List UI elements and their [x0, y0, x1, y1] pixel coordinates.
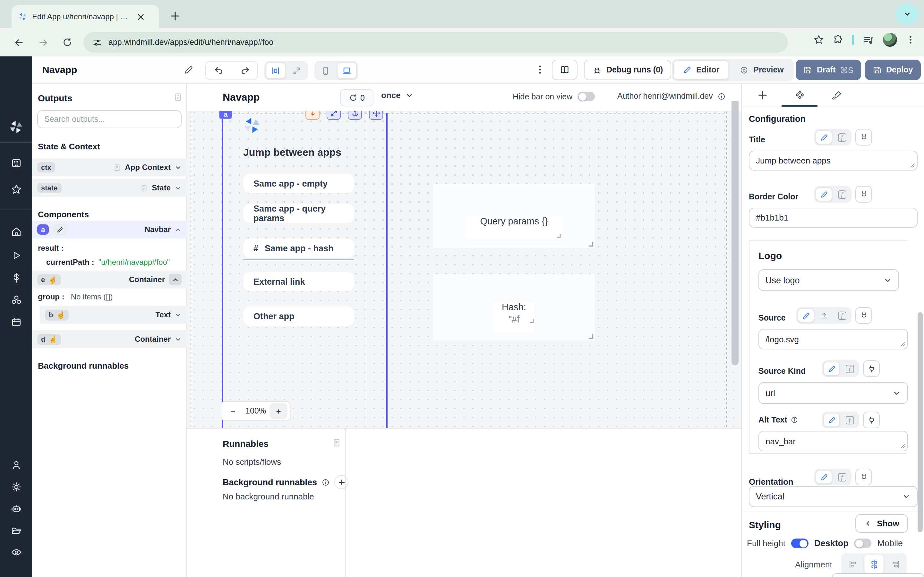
edit-id-pencil-icon[interactable] — [53, 224, 67, 235]
alt-text-input[interactable]: nav_bar — [758, 431, 908, 451]
chevron-up-icon[interactable] — [174, 226, 182, 233]
undo-button[interactable] — [206, 61, 232, 79]
tab-insert-component[interactable] — [744, 84, 780, 106]
static-input-pencil-icon[interactable] — [798, 308, 814, 322]
title-input[interactable]: Jump between apps — [749, 151, 918, 171]
chevron-down-icon[interactable] — [174, 311, 182, 318]
selected-component-badge[interactable]: a — [219, 111, 232, 119]
profile-avatar[interactable] — [883, 33, 897, 47]
connect-plug-icon[interactable] — [863, 360, 880, 377]
resize-handle-icon[interactable] — [587, 240, 594, 247]
full-height-desktop-toggle[interactable] — [791, 538, 809, 548]
orientation-select[interactable]: Vertical — [749, 486, 918, 507]
redo-button[interactable] — [232, 61, 257, 79]
doc-icon[interactable] — [140, 184, 148, 192]
sidebar-item-home[interactable] — [0, 226, 32, 237]
info-icon[interactable] — [790, 416, 798, 424]
connect-plug-icon[interactable] — [855, 129, 872, 145]
zoom-out-button[interactable]: − — [224, 403, 242, 419]
run-mode-dropdown[interactable]: once — [381, 90, 414, 100]
nav-link-same-app-empty[interactable]: Same app - empty — [243, 174, 354, 193]
hide-bar-toggle[interactable] — [577, 92, 595, 101]
nav-link-external-link[interactable]: External link — [243, 272, 354, 291]
site-settings-icon[interactable] — [92, 37, 102, 47]
sidebar-item-favorites[interactable] — [0, 184, 32, 195]
sidebar-item-schedules[interactable] — [0, 317, 32, 327]
chevron-down-icon[interactable] — [174, 335, 182, 343]
connect-plug-icon[interactable] — [855, 469, 872, 485]
connect-plug-icon[interactable] — [855, 307, 872, 324]
fx-expression-icon[interactable]: f — [834, 470, 850, 484]
resize-handle-icon[interactable] — [910, 163, 915, 168]
chevron-down-icon[interactable] — [174, 164, 182, 171]
new-tab-button[interactable] — [166, 6, 185, 26]
output-row-state[interactable]: state State — [32, 179, 187, 197]
fx-expression-icon[interactable]: f — [834, 130, 850, 144]
align-right-icon[interactable] — [885, 554, 905, 574]
tab-close-icon[interactable] — [137, 13, 144, 20]
bookmark-star-icon[interactable] — [814, 35, 824, 45]
align-center-icon[interactable] — [864, 554, 884, 574]
refresh-count-button[interactable]: 0 — [340, 89, 373, 106]
app-canvas[interactable]: a Jump between apps Same app - empty Sam… — [187, 111, 741, 428]
expand-component-button[interactable] — [326, 111, 341, 120]
info-icon[interactable] — [321, 478, 330, 486]
upload-icon[interactable] — [816, 308, 832, 322]
resize-handle-icon[interactable] — [900, 444, 905, 449]
sidebar-item-resources[interactable] — [0, 294, 32, 305]
anchor-button[interactable] — [348, 111, 362, 120]
tab-preview[interactable]: Preview — [730, 60, 793, 79]
extensions-icon[interactable] — [833, 35, 843, 45]
sidebar-item-settings[interactable] — [0, 482, 32, 492]
centered-layout-button[interactable] — [266, 62, 286, 79]
nav-link-other-app[interactable]: Other app — [243, 306, 354, 326]
sidebar-item-audit-logs[interactable] — [0, 547, 32, 558]
styling-show-button[interactable]: Show — [855, 514, 908, 533]
connect-plug-icon[interactable] — [863, 412, 880, 428]
runnables-doc-icon[interactable] — [332, 438, 341, 448]
fullwidth-layout-button[interactable] — [287, 62, 307, 79]
sidebar-item-users[interactable] — [0, 460, 32, 471]
sidebar-item-apps[interactable] — [0, 158, 32, 169]
tab-component-settings[interactable] — [782, 84, 817, 106]
deploy-button[interactable]: Deploy — [865, 60, 921, 80]
resize-handle-icon[interactable] — [900, 342, 905, 347]
search-input[interactable] — [37, 110, 182, 128]
tab-styling[interactable] — [819, 84, 855, 106]
source-kind-select[interactable]: url — [758, 382, 908, 404]
forward-icon[interactable] — [33, 33, 53, 52]
fx-expression-icon[interactable]: f — [834, 187, 850, 201]
media-queue-icon[interactable] — [863, 34, 874, 45]
chrome-menu-kebab-icon[interactable] — [906, 35, 915, 44]
query-params-box[interactable]: Query params {} — [433, 184, 595, 248]
nav-link-same-app-hash[interactable]: # Same app - hash — [243, 239, 354, 258]
full-height-mobile-toggle[interactable] — [855, 538, 872, 548]
component-row-container-e[interactable]: e☝ Container — [32, 271, 187, 288]
sidebar-item-folders[interactable] — [0, 525, 32, 536]
windmill-logo-icon[interactable] — [0, 120, 32, 134]
add-background-runnable-button[interactable] — [334, 475, 349, 489]
source-input[interactable]: /logo.svg — [758, 329, 908, 350]
sidebar-item-workers[interactable] — [0, 503, 32, 514]
info-icon[interactable] — [717, 92, 726, 100]
outputs-doc-icon[interactable] — [173, 92, 183, 102]
tab-search-chevron-button[interactable] — [896, 4, 919, 24]
fx-expression-icon[interactable]: f — [834, 308, 850, 322]
resize-handle-icon[interactable] — [529, 318, 534, 323]
canvas-scrollbar[interactable] — [732, 101, 738, 366]
fx-expression-icon[interactable]: f — [841, 362, 858, 376]
desktop-view-button[interactable] — [337, 62, 357, 79]
output-row-ctx[interactable]: ctx App Context — [32, 158, 187, 176]
fx-expression-icon[interactable]: f — [841, 413, 858, 427]
expand-down-button[interactable] — [305, 111, 320, 120]
component-row-text-b[interactable]: b☝ Text — [40, 306, 187, 324]
static-input-pencil-icon[interactable] — [816, 187, 832, 201]
mobile-view-button[interactable] — [316, 62, 336, 79]
chevron-up-icon[interactable] — [169, 274, 182, 285]
browser-tab[interactable]: Edit App u/henri/navapp | Win — [11, 5, 159, 28]
resize-handle-icon[interactable] — [556, 233, 561, 238]
component-row-container-d[interactable]: d☝ Container — [32, 330, 187, 348]
doc-icon[interactable] — [113, 163, 121, 171]
component-row-navbar[interactable]: a Navbar — [32, 221, 187, 239]
align-left-icon[interactable] — [843, 554, 863, 574]
